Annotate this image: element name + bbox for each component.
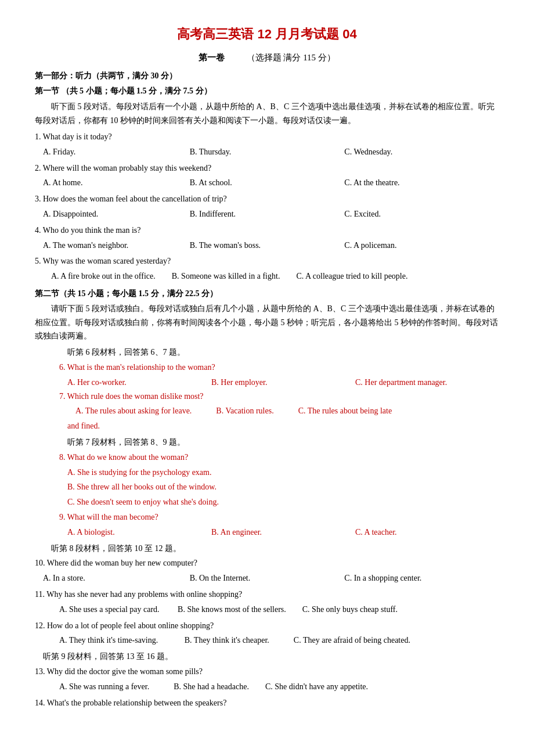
options-4: A. The woman's neighbor. B. The woman's … [35,239,499,253]
option-2a: A. At home. [35,176,190,190]
volume1-header: 第一卷 （选择题 满分 115 分） [35,51,499,66]
listen-note-8: 听第 8 段材料，回答第 10 至 12 题。 [35,542,499,556]
option-1a: A. Friday. [35,145,190,159]
option-8c: C. She doesn't seem to enjoy what she's … [35,495,499,509]
section1-title: 第一节 （共 5 小题；每小题 1.5 分，满分 7.5 分） [35,84,499,98]
listen-note-9: 听第 9 段材料，回答第 13 至 16 题。 [35,650,499,664]
option-6b: B. Her employer. [211,376,355,390]
option-2b: B. At school. [190,176,345,190]
section2-instruction: 请听下面 5 段对话或独白。每段对话或独白后有几个小题，从题中所给的 A、B、C… [35,302,499,343]
options-11: A. She uses a special pay card. B. She k… [35,603,499,617]
volume1-label: 第一卷 [199,53,225,62]
options-5: A. A fire broke out in the office. B. So… [35,269,499,283]
option-3b: B. Indifferent. [190,207,345,221]
section1-instruction: 听下面 5 段对话。每段对话后有一个小题，从题中所给的 A、B、C 三个选项中选… [35,100,499,128]
question-4: 4. Who do you think the man is? [35,224,499,237]
options-6: A. Her co-worker. B. Her employer. C. He… [35,376,499,390]
options-13: A. She was running a fever. B. She had a… [35,680,499,694]
question-9: 9. What will the man become? [35,510,499,524]
option-9b: B. An engineer. [211,525,355,539]
options-7-line1: A. The rules about asking for leave. B. … [35,404,499,418]
option-3c: C. Excited. [344,207,499,221]
question-5: 5. Why was the woman scared yesterday? [35,254,499,268]
volume1-sublabel: （选择题 满分 115 分） [247,53,335,62]
options-9: A. A biologist. B. An engineer. C. A tea… [35,525,499,539]
section2-title: 第二节（共 15 小题；每小题 1.5 分，满分 22.5 分） [35,287,499,301]
option-10a: A. In a store. [35,571,190,585]
question-3: 3. How does the woman feel about the can… [35,192,499,206]
option-2c: C. At the theatre. [344,176,499,190]
option-10c: C. In a shopping center. [344,571,499,585]
question-8: 8. What do we know about the woman? [35,451,499,465]
listen-note-6: 听第 6 段材料，回答第 6、7 题。 [35,345,499,359]
question-10: 10. Where did the woman buy her new comp… [35,556,499,570]
option-6c: C. Her department manager. [355,376,499,390]
option-6a: A. Her co-worker. [67,376,211,390]
option-4c: C. A policeman. [344,239,499,253]
options-7-line2: and fined. [35,419,499,433]
question-13: 13. Why did the doctor give the woman so… [35,665,499,679]
page-title: 高考高三英语 12 月月考试题 04 [35,23,499,45]
question-14: 14. What's the probable relationship bet… [35,696,499,710]
listen-note-7: 听第 7 段材料，回答第 8、9 题。 [35,435,499,449]
option-1c: C. Wednesday. [344,145,499,159]
question-11: 11. Why has she never had any problems w… [35,588,499,602]
question-6: 6. What is the man's relationship to the… [35,361,499,375]
question-2: 2. Where will the woman probably stay th… [35,161,499,175]
options-1: A. Friday. B. Thursday. C. Wednesday. [35,145,499,159]
options-2: A. At home. B. At school. C. At the thea… [35,176,499,190]
option-3a: A. Disappointed. [35,207,190,221]
part1-title: 第一部分：听力（共两节，满分 30 分） [35,69,499,83]
option-9a: A. A biologist. [67,525,211,539]
question-7: 7. Which rule does the woman dislike mos… [35,390,499,404]
option-10b: B. On the Internet. [190,571,345,585]
option-1b: B. Thursday. [190,145,345,159]
option-8b: B. She threw all her books out of the wi… [35,480,499,494]
option-4b: B. The woman's boss. [190,239,345,253]
options-12-line1: A. They think it's time-saving. B. They … [35,633,499,647]
question-12: 12. How do a lot of people feel about on… [35,619,499,633]
option-4a: A. The woman's neighbor. [35,239,190,253]
question-1: 1. What day is it today? [35,130,499,144]
options-10: A. In a store. B. On the Internet. C. In… [35,571,499,585]
option-8a: A. She is studying for the psychology ex… [35,466,499,480]
options-3: A. Disappointed. B. Indifferent. C. Exci… [35,207,499,221]
option-9c: C. A teacher. [355,525,499,539]
